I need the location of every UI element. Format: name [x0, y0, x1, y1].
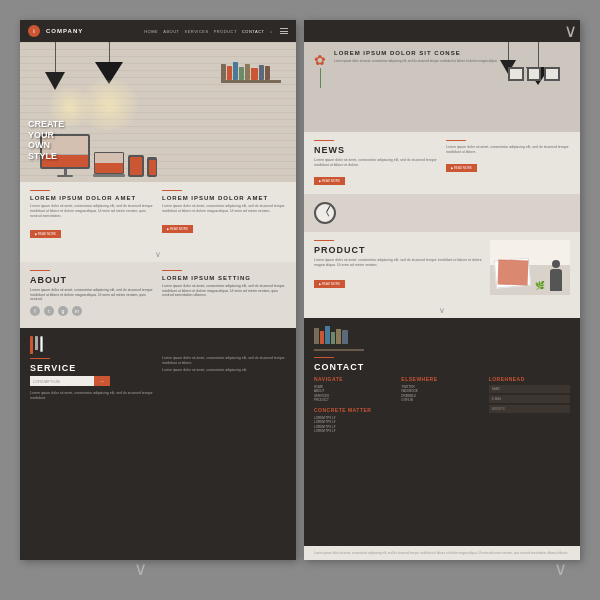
search-icon: → — [100, 378, 105, 384]
read-more-btn-2[interactable]: ▶ READ MORE — [162, 225, 193, 233]
right-header — [304, 20, 580, 42]
service-col3-text: Lorem ipsum dolor sit amet, consectetur … — [162, 368, 286, 373]
wall-frame-1 — [508, 67, 524, 81]
news-read-more-2[interactable]: ▶ READ MORE — [446, 164, 477, 172]
contact-navigate-col: NAVIGATE HOME ABOUT SERVICES PRODUCT CON… — [314, 376, 395, 434]
product-plant: 🌿 — [535, 281, 545, 290]
nav: HOME ABOUT SERVICES PRODUCT CONTACT ⌕ — [144, 28, 288, 34]
lamp-center — [95, 42, 123, 84]
create-section: LOREM IPSUM DOLOR AMET Lorem ipsum dolor… — [20, 182, 296, 247]
social-icon-4[interactable]: in — [72, 306, 82, 316]
social-icon-1[interactable]: f — [30, 306, 40, 316]
hero-text: CREATE YOUR OWN STYLE — [28, 119, 64, 162]
wall-frame-2 — [527, 67, 541, 81]
about-section: ABOUT Lorem ipsum dolor sit amet, consec… — [20, 262, 296, 329]
header: i COMPANY HOME ABOUT SERVICES PRODUCT CO… — [20, 20, 296, 42]
left-page: i COMPANY HOME ABOUT SERVICES PRODUCT CO… — [20, 20, 296, 560]
contact-shelf — [314, 326, 570, 344]
chevron-top-right[interactable]: ∨ — [560, 20, 580, 42]
pencils — [30, 336, 154, 354]
contact-label: CONTACT — [314, 362, 570, 372]
phone — [147, 157, 157, 177]
about-col1: ABOUT Lorem ipsum dolor sit amet, consec… — [30, 270, 154, 321]
chevron-bottom-left[interactable]: ∨ — [130, 558, 150, 580]
right-top-section: ✿ LOREM IPSUM DOLOR SIT CONSE Lorem ipsu… — [304, 42, 580, 132]
chevron-bottom-right[interactable]: ∨ — [550, 558, 570, 580]
contact-elsewhere-col: ELSEWHERE TWITTER FACEBOOK DRIBBBLE GITH… — [401, 376, 482, 434]
hero-section: CREATE YOUR OWN STYLE — [20, 42, 296, 182]
top-text-content: LOREM IPSUM DOLOR SIT CONSE Lorem ipsum … — [334, 50, 525, 64]
page-wrapper: ∨ ∨ ∨ i COMPANY HOME ABOUT SERVICES PROD… — [20, 20, 580, 580]
create-col2: LOREM IPSUM DOLOR AMET Lorem ipsum dolor… — [162, 190, 286, 239]
bookshelf — [221, 62, 281, 85]
about-col2: LOREM IPSUM SETTING Lorem ipsum dolor si… — [162, 270, 286, 321]
hero-title: CREATE YOUR OWN STYLE — [28, 119, 64, 162]
search-button[interactable]: → — [94, 376, 110, 386]
search-bar: → — [30, 376, 110, 386]
tablet — [128, 155, 144, 177]
clock-section — [304, 194, 580, 232]
service-label: SERVICE — [30, 363, 154, 373]
elsewhere-title: ELSEWHERE — [401, 376, 482, 382]
social-icons: f t g in — [30, 306, 154, 316]
lamp-left — [45, 42, 65, 90]
about-label: ABOUT — [30, 275, 154, 285]
product-text-col: PRODUCT Lorem ipsum dolor sit amet, cons… — [314, 240, 482, 295]
service-left: SERVICE → Lorem ipsum dolor sit amet, co… — [30, 336, 154, 552]
news-section: NEWS Lorem ipsum dolor sit amet, consect… — [304, 132, 580, 194]
contact-section: CONTACT NAVIGATE HOME ABOUT SERVICES PRO… — [304, 318, 580, 546]
top-section-title: LOREM IPSUM DOLOR SIT CONSE — [334, 50, 525, 56]
product-section: PRODUCT Lorem ipsum dolor sit amet, cons… — [304, 232, 580, 303]
form-email-field[interactable]: E-MAIL — [489, 395, 570, 403]
product-label: PRODUCT — [314, 245, 482, 255]
clock — [314, 202, 336, 224]
service-col2-text: Lorem ipsum dolor sit amet, consectetur … — [162, 356, 286, 366]
product-read-more[interactable]: ▶ READ MORE — [314, 280, 345, 288]
wall-frame-3 — [544, 67, 560, 81]
about-col2-title: LOREM IPSUM SETTING — [162, 275, 286, 281]
form-name-field[interactable]: NAME — [489, 385, 570, 393]
service-section: SERVICE → Lorem ipsum dolor sit amet, co… — [20, 328, 296, 560]
logo[interactable]: i — [28, 25, 40, 37]
contact-grid: NAVIGATE HOME ABOUT SERVICES PRODUCT CON… — [314, 376, 570, 434]
section-chevron-1: ∨ — [20, 247, 296, 262]
nav-contact[interactable]: CONTACT — [242, 29, 265, 34]
form-website-field[interactable]: WEBSITE — [489, 405, 570, 413]
nav-services[interactable]: SERVICES — [185, 29, 209, 34]
wall-frames — [508, 67, 560, 81]
menu-icon[interactable] — [280, 28, 288, 34]
search-icon[interactable]: ⌕ — [270, 29, 273, 34]
nav-product[interactable]: PRODUCT — [214, 29, 237, 34]
service-right: Lorem ipsum dolor sit amet, consectetur … — [162, 336, 286, 552]
contact-form-col: LOREHNEAD NAME E-MAIL WEBSITE — [489, 376, 570, 434]
nav-home[interactable]: HOME — [144, 29, 158, 34]
news-col1: NEWS Lorem ipsum dolor sit amet, consect… — [314, 140, 438, 186]
create-col1: LOREM IPSUM DOLOR AMET Lorem ipsum dolor… — [30, 190, 154, 239]
service-col1-text: Lorem ipsum dolor sit amet, consectetur … — [30, 391, 154, 401]
product-image: 🌿 — [490, 240, 570, 295]
social-icon-2[interactable]: t — [44, 306, 54, 316]
read-more-btn-1[interactable]: ▶ READ MORE — [30, 230, 61, 238]
news-label: NEWS — [314, 145, 438, 155]
social-icon-3[interactable]: g — [58, 306, 68, 316]
bottom-text: Lorem ipsum dolor sit amet, consectetur … — [304, 546, 580, 560]
news-read-more-1[interactable]: ▶ READ MORE — [314, 177, 345, 185]
concrete-title: CONCRETE MATTER — [314, 407, 395, 413]
section-chevron-right: ∨ — [304, 303, 580, 318]
laptop — [93, 152, 125, 177]
create-col2-title: LOREM IPSUM DOLOR AMET — [162, 195, 286, 201]
company-name: COMPANY — [46, 28, 83, 34]
navigate-title: NAVIGATE — [314, 376, 395, 382]
news-col2: Lorem ipsum dolor sit amet, consectetur … — [446, 140, 570, 186]
create-col1-title: LOREM IPSUM DOLOR AMET — [30, 195, 154, 201]
nav-about[interactable]: ABOUT — [163, 29, 179, 34]
right-page: ✿ LOREM IPSUM DOLOR SIT CONSE Lorem ipsu… — [304, 20, 580, 560]
lorehnead-title: LOREHNEAD — [489, 376, 570, 382]
search-input[interactable] — [30, 376, 94, 386]
flower-decoration: ✿ — [314, 52, 326, 88]
